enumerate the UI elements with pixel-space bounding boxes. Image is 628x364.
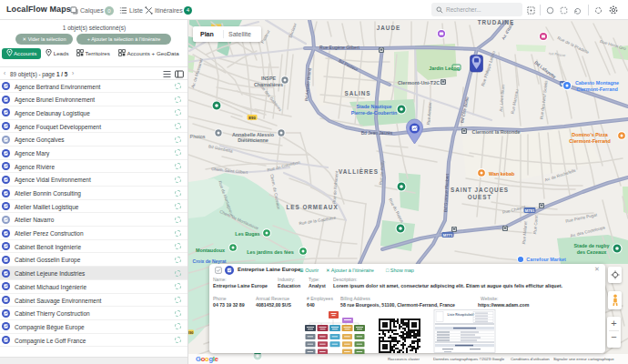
svg-text:des Cezeaux: des Cezeaux bbox=[577, 249, 607, 255]
svg-text:OUEST: OUEST bbox=[468, 194, 492, 200]
svg-text:Clermont-Ferrand: Clermont-Ferrand bbox=[569, 138, 611, 144]
svg-text:Montaudoux: Montaudoux bbox=[196, 248, 225, 253]
svg-text:Les Bugas: Les Bugas bbox=[235, 231, 259, 237]
svg-text:E90: E90 bbox=[188, 331, 193, 335]
svg-text:Stade de rugby: Stade de rugby bbox=[574, 243, 610, 248]
svg-text:Liste Récapitulatif: Liste Récapitulatif bbox=[447, 313, 474, 317]
svg-text:E90: E90 bbox=[248, 116, 256, 120]
svg-text:Carrefour Market: Carrefour Market bbox=[526, 257, 566, 262]
svg-text:Clermont-Uni-T2C: Clermont-Uni-T2C bbox=[398, 80, 440, 86]
svg-text:Bd Jean Jaurès: Bd Jean Jaurès bbox=[361, 130, 393, 136]
svg-text:LES ORMEAUX: LES ORMEAUX bbox=[286, 204, 338, 210]
svg-text:Les jardins des fées: Les jardins des fées bbox=[247, 249, 294, 255]
svg-text:SAINT JACQUES: SAINT JACQUES bbox=[451, 187, 509, 194]
svg-text:Clermont-Ferrand: Clermont-Ferrand bbox=[576, 86, 618, 92]
svg-text:VALLIÈRES: VALLIÈRES bbox=[339, 167, 379, 175]
svg-text:Clermont la Rotonde: Clermont la Rotonde bbox=[471, 129, 520, 135]
svg-text:JAUDE: JAUDE bbox=[377, 25, 400, 31]
svg-text:Photos: Photos bbox=[190, 134, 206, 139]
svg-text:INSPE: INSPE bbox=[261, 76, 277, 81]
svg-text:Wan kebab: Wan kebab bbox=[489, 171, 515, 177]
svg-text:SALINS: SALINS bbox=[344, 90, 370, 96]
svg-text:Pierre-de-Coubertin: Pierre-de-Coubertin bbox=[351, 110, 398, 116]
svg-text:Rue Eugène Gilbert: Rue Eugène Gilbert bbox=[319, 45, 360, 50]
svg-text:Domino's Pizza: Domino's Pizza bbox=[572, 132, 608, 137]
svg-text:M771: M771 bbox=[443, 233, 453, 238]
svg-text:Diététicienne: Diététicienne bbox=[238, 137, 268, 143]
svg-text:Cabesto Montagne: Cabesto Montagne bbox=[575, 80, 619, 86]
svg-text:M791: M791 bbox=[525, 208, 535, 213]
svg-text:Stade Nautique: Stade Nautique bbox=[356, 104, 391, 109]
